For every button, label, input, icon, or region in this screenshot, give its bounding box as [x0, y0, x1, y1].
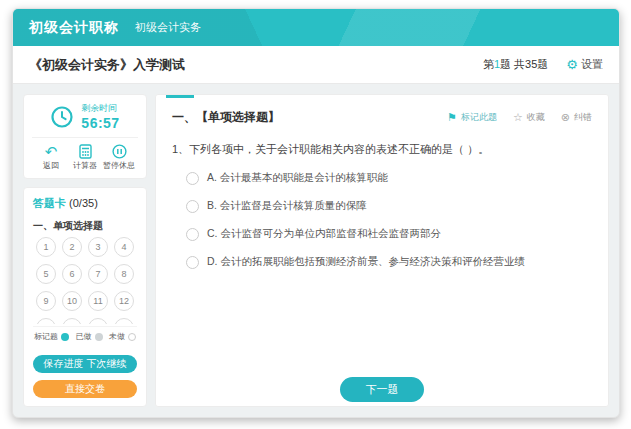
- answer-card-name: 答题卡: [33, 197, 66, 209]
- option-a[interactable]: A. 会计最基本的职能是会计的核算职能: [186, 171, 592, 185]
- question-number-10[interactable]: 10: [62, 291, 82, 311]
- submit-paper-button[interactable]: 直接交卷: [33, 380, 137, 398]
- option-b-key: B.: [207, 199, 217, 211]
- settings-button[interactable]: ⚙ 设置: [566, 57, 603, 72]
- panel-accent-bar: [166, 95, 194, 98]
- app-header: 初级会计职称 初级会计实务: [13, 9, 619, 46]
- exam-window: 初级会计职称 初级会计实务 《初级会计实务》入学测试 第1题 共35题 ⚙ 设置: [12, 8, 620, 418]
- report-error-button[interactable]: ⊗ 纠错: [561, 111, 592, 124]
- circle-x-icon: ⊗: [561, 112, 570, 123]
- timer-text: 剩余时间 56:57: [81, 102, 119, 131]
- save-progress-button[interactable]: 保存进度 下次继续: [33, 355, 137, 373]
- option-b[interactable]: B. 会计监督是会计核算质量的保障: [186, 199, 592, 213]
- option-a-label: 会计最基本的职能是会计的核算职能: [220, 171, 388, 183]
- exam-toolbar: 《初级会计实务》入学测试 第1题 共35题 ⚙ 设置: [13, 46, 619, 84]
- question-header: 一、【单项选择题】 ⚑ 标记此题 ☆ 收藏 ⊗ 纠错: [172, 109, 592, 126]
- answer-card-count: (0/35): [69, 197, 98, 209]
- favorite-label: 收藏: [527, 111, 545, 124]
- legend-undone: 未做: [109, 331, 136, 342]
- legend-done-label: 已做: [76, 331, 92, 342]
- calculator-button[interactable]: 计算器: [68, 143, 102, 171]
- content-area: 剩余时间 56:57 ↶ 返回: [13, 84, 619, 417]
- calculator-label: 计算器: [73, 160, 97, 171]
- marked-dot-icon: [61, 333, 69, 341]
- done-dot-icon: [95, 333, 103, 341]
- answer-card-section: 一、单项选择题: [33, 219, 137, 233]
- favorite-button[interactable]: ☆ 收藏: [513, 111, 545, 124]
- option-b-text: B. 会计监督是会计核算质量的保障: [207, 199, 367, 213]
- timer-card: 剩余时间 56:57 ↶ 返回: [23, 94, 147, 179]
- progress-total: 共35题: [514, 58, 548, 70]
- sidebar: 剩余时间 56:57 ↶ 返回: [23, 94, 147, 407]
- radio-icon[interactable]: [186, 228, 199, 241]
- settings-label: 设置: [581, 57, 603, 72]
- question-stem: 1、下列各项中，关于会计职能相关内容的表述不正确的是（ ）。: [172, 142, 592, 157]
- option-d-text: D. 会计的拓展职能包括预测经济前景、参与经济决策和评价经营业绩: [207, 255, 525, 269]
- option-b-label: 会计监督是会计核算质量的保障: [220, 199, 367, 211]
- flag-icon: ⚑: [447, 112, 457, 123]
- question-panel: 一、【单项选择题】 ⚑ 标记此题 ☆ 收藏 ⊗ 纠错 1、下: [155, 94, 609, 407]
- back-label: 返回: [43, 160, 59, 171]
- option-a-key: A.: [207, 171, 217, 183]
- legend-done: 已做: [76, 331, 103, 342]
- course-name: 初级会计实务: [135, 20, 201, 35]
- toolbar-right: 第1题 共35题 ⚙ 设置: [483, 57, 603, 72]
- option-a-text: A. 会计最基本的职能是会计的核算职能: [207, 171, 388, 185]
- question-number-1[interactable]: 1: [36, 237, 56, 257]
- question-number-6[interactable]: 6: [62, 264, 82, 284]
- timer-row: 剩余时间 56:57: [32, 102, 138, 138]
- tools-row: ↶ 返回 计算器: [32, 138, 138, 173]
- pause-icon: [112, 143, 127, 159]
- question-number-2[interactable]: 2: [62, 237, 82, 257]
- option-c-label: 会计监督可分为单位内部监督和社会监督两部分: [220, 227, 441, 239]
- report-error-label: 纠错: [574, 111, 592, 124]
- option-c[interactable]: C. 会计监督可分为单位内部监督和社会监督两部分: [186, 227, 592, 241]
- progress-prefix: 第: [483, 58, 494, 70]
- pause-label: 暂停休息: [103, 160, 135, 171]
- timer-value: 56:57: [81, 115, 119, 131]
- legend-undone-label: 未做: [109, 331, 125, 342]
- answer-card-title: 答题卡 (0/35): [33, 196, 137, 211]
- question-section-label: 一、【单项选择题】: [172, 109, 280, 126]
- question-number-12[interactable]: 12: [114, 291, 134, 311]
- option-d-key: D.: [207, 255, 218, 267]
- question-number-11[interactable]: 11: [88, 291, 108, 311]
- question-number-8[interactable]: 8: [114, 264, 134, 284]
- question-number-13[interactable]: 13: [36, 318, 56, 324]
- option-d[interactable]: D. 会计的拓展职能包括预测经济前景、参与经济决策和评价经营业绩: [186, 255, 592, 269]
- timer-label: 剩余时间: [81, 102, 119, 115]
- pause-button[interactable]: 暂停休息: [102, 143, 136, 171]
- question-number-5[interactable]: 5: [36, 264, 56, 284]
- progress-suffix: 题: [500, 58, 511, 70]
- question-number-9[interactable]: 9: [36, 291, 56, 311]
- radio-icon[interactable]: [186, 256, 199, 269]
- status-legend: 标记题 已做 未做: [33, 326, 137, 348]
- star-icon: ☆: [513, 112, 523, 123]
- gear-icon: ⚙: [566, 58, 578, 71]
- calculator-icon: [79, 143, 92, 159]
- question-number-16[interactable]: 16: [114, 318, 134, 324]
- clock-icon: [50, 105, 74, 129]
- question-number-7[interactable]: 7: [88, 264, 108, 284]
- back-button[interactable]: ↶ 返回: [34, 143, 68, 171]
- exam-title: 《初级会计实务》入学测试: [29, 56, 185, 74]
- answer-card: 答题卡 (0/35) 一、单项选择题 123456789101112131415…: [23, 187, 147, 407]
- legend-marked-label: 标记题: [34, 331, 58, 342]
- question-number-3[interactable]: 3: [88, 237, 108, 257]
- radio-icon[interactable]: [186, 200, 199, 213]
- next-question-button[interactable]: 下一题: [340, 377, 424, 402]
- radio-icon[interactable]: [186, 172, 199, 185]
- question-number-14[interactable]: 14: [62, 318, 82, 324]
- option-c-key: C.: [207, 227, 218, 239]
- question-actions: ⚑ 标记此题 ☆ 收藏 ⊗ 纠错: [447, 111, 592, 124]
- answer-card-grid: 1234567891011121314151617181920: [33, 237, 137, 324]
- question-number-4[interactable]: 4: [114, 237, 134, 257]
- legend-marked: 标记题: [34, 331, 69, 342]
- question-number-15[interactable]: 15: [88, 318, 108, 324]
- question-progress: 第1题 共35题: [483, 57, 548, 72]
- undone-dot-icon: [128, 333, 136, 341]
- back-icon: ↶: [45, 143, 58, 159]
- option-c-text: C. 会计监督可分为单位内部监督和社会监督两部分: [207, 227, 441, 241]
- options-list: A. 会计最基本的职能是会计的核算职能 B. 会计监督是会计核算质量的保障 C.…: [186, 171, 592, 269]
- mark-question-button[interactable]: ⚑ 标记此题: [447, 111, 497, 124]
